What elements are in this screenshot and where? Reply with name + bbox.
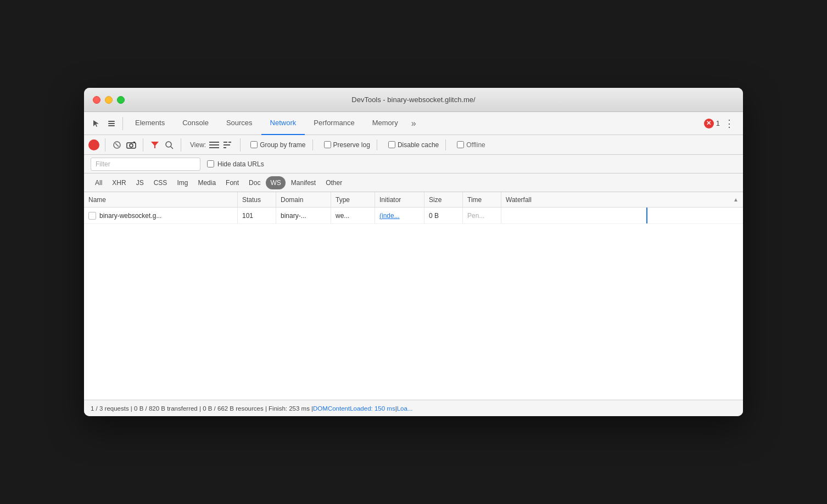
- toolbar-separator: [122, 117, 123, 130]
- svg-line-10: [171, 147, 173, 149]
- row-domain: binary-...: [276, 208, 331, 223]
- col-initiator[interactable]: Initiator: [375, 192, 424, 207]
- type-filter-xhr[interactable]: XHR: [108, 176, 130, 189]
- offline-label[interactable]: Offline: [457, 141, 485, 149]
- col-waterfall[interactable]: Waterfall ▲: [501, 192, 743, 207]
- sort-arrow-icon: ▲: [733, 197, 739, 203]
- hide-data-urls-label[interactable]: Hide data URLs: [207, 160, 264, 168]
- traffic-lights: [93, 96, 125, 104]
- nt-sep1: [312, 139, 313, 150]
- row-type: we...: [331, 208, 375, 223]
- svg-rect-17: [228, 142, 231, 143]
- type-filter-css[interactable]: CSS: [149, 176, 172, 189]
- network-toolbar: View: Group by frame Preserve log Disabl…: [84, 135, 743, 155]
- filter-input[interactable]: [91, 158, 200, 171]
- row-size: 0 B: [424, 208, 463, 223]
- svg-line-4: [115, 143, 119, 147]
- list-view-icon[interactable]: [208, 139, 220, 151]
- svg-point-9: [166, 142, 171, 147]
- cursor-icon-button[interactable]: [88, 116, 104, 131]
- row-time: Pen...: [463, 208, 501, 223]
- col-domain[interactable]: Domain: [276, 192, 331, 207]
- nt-sep2: [377, 139, 377, 150]
- window-title: DevTools - binary-websocket.glitch.me/: [351, 96, 475, 104]
- tab-more-button[interactable]: »: [407, 112, 421, 135]
- hide-data-urls-checkbox[interactable]: [207, 160, 214, 167]
- svg-rect-0: [108, 121, 115, 122]
- svg-rect-11: [209, 142, 219, 143]
- col-time[interactable]: Time: [463, 192, 501, 207]
- type-filter-doc[interactable]: Doc: [244, 176, 265, 189]
- type-filter-all[interactable]: All: [91, 176, 107, 189]
- svg-point-7: [130, 144, 133, 147]
- title-bar: DevTools - binary-websocket.glitch.me/: [84, 88, 743, 112]
- row-checkbox[interactable]: [88, 212, 96, 220]
- timeline-view-icon[interactable]: [222, 139, 234, 151]
- col-type[interactable]: Type: [331, 192, 375, 207]
- disable-cache-checkbox[interactable]: [388, 141, 395, 148]
- preserve-log-label[interactable]: Preserve log: [324, 141, 370, 149]
- record-button[interactable]: [88, 139, 99, 150]
- network-toolbar-sep2: [143, 138, 143, 152]
- filter-row: Hide data URLs: [84, 155, 743, 173]
- close-button[interactable]: [93, 96, 100, 104]
- error-icon: ✕: [704, 119, 714, 128]
- minimize-button[interactable]: [105, 96, 113, 104]
- type-filter-img[interactable]: Img: [172, 176, 192, 189]
- row-status: 101: [238, 208, 276, 223]
- group-by-frame-label[interactable]: Group by frame: [250, 141, 305, 149]
- search-icon[interactable]: [163, 139, 175, 151]
- network-toolbar-sep1: [105, 138, 105, 152]
- error-badge: ✕ 1: [704, 119, 720, 128]
- type-filter-ws[interactable]: WS: [266, 176, 285, 189]
- table-row[interactable]: binary-websocket.g... 101 binary-... we.…: [84, 208, 743, 224]
- camera-icon[interactable]: [125, 139, 137, 151]
- row-waterfall: [501, 208, 743, 223]
- more-options-icon[interactable]: ⋮: [720, 117, 739, 130]
- error-count: 1: [716, 119, 720, 127]
- svg-rect-14: [223, 142, 227, 143]
- table-header: Name Status Domain Type Initiator Size: [84, 192, 743, 208]
- maximize-button[interactable]: [117, 96, 125, 104]
- load-link[interactable]: Loa...: [397, 405, 413, 412]
- preserve-log-checkbox[interactable]: [324, 141, 331, 148]
- svg-rect-1: [108, 123, 115, 124]
- type-filter-js[interactable]: JS: [132, 176, 148, 189]
- nt-sep3: [445, 139, 446, 150]
- type-filter-bar: All XHR JS CSS Img Media Font Doc: [84, 173, 743, 192]
- disable-cache-label[interactable]: Disable cache: [388, 141, 439, 149]
- devtools-window: DevTools - binary-websocket.glitch.me/: [84, 88, 743, 416]
- svg-marker-8: [151, 142, 159, 148]
- col-name[interactable]: Name: [84, 192, 238, 207]
- network-table: Name Status Domain Type Initiator Size: [84, 192, 743, 400]
- col-size[interactable]: Size: [424, 192, 463, 207]
- tab-performance[interactable]: Performance: [305, 112, 363, 135]
- devtools-content: Elements Console Sources Network Perform…: [84, 112, 743, 416]
- svg-rect-16: [223, 147, 226, 148]
- row-initiator[interactable]: (inde...: [375, 208, 424, 223]
- network-toolbar-sep4: [240, 138, 241, 152]
- type-filter-other[interactable]: Other: [321, 176, 347, 189]
- row-name: binary-websocket.g...: [84, 208, 238, 223]
- offline-checkbox[interactable]: [457, 141, 464, 148]
- type-filter-media[interactable]: Media: [193, 176, 220, 189]
- status-bar: 1 / 3 requests | 0 B / 820 B transferred…: [84, 400, 743, 416]
- clear-button[interactable]: [111, 139, 123, 151]
- domcontentloaded-link[interactable]: DOMContentLoaded: 150 ms: [313, 405, 395, 412]
- tab-sources[interactable]: Sources: [217, 112, 261, 135]
- view-label: View:: [190, 141, 206, 149]
- type-filter-manifest[interactable]: Manifest: [287, 176, 320, 189]
- col-status[interactable]: Status: [238, 192, 276, 207]
- filter-icon[interactable]: [149, 139, 161, 151]
- tab-console[interactable]: Console: [174, 112, 217, 135]
- type-filter-font[interactable]: Font: [221, 176, 243, 189]
- svg-rect-12: [209, 144, 219, 145]
- tab-elements[interactable]: Elements: [126, 112, 174, 135]
- layers-icon-button[interactable]: [104, 116, 119, 131]
- svg-rect-2: [108, 125, 115, 126]
- empty-table-area: [84, 224, 743, 400]
- waterfall-line: [646, 208, 647, 223]
- tab-memory[interactable]: Memory: [364, 112, 407, 135]
- group-by-frame-checkbox[interactable]: [250, 141, 258, 148]
- tab-network[interactable]: Network: [261, 112, 305, 135]
